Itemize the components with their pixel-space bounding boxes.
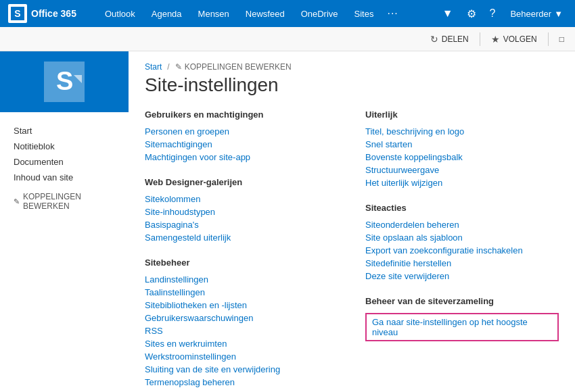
link-landinstellingen[interactable]: Landinstellingen [145, 273, 338, 286]
section-siteacties: Siteacties Siteonderdelen beheren Site o… [365, 203, 559, 283]
section-web-designer-heading: Web Designer-galerijen [145, 177, 338, 187]
section-sitebeheer-heading: Sitebeheer [145, 258, 338, 268]
settings-icon[interactable]: ⚙ [461, 0, 482, 27]
nav-right-controls: ▼ ⚙ ? Beheerder ▼ [437, 0, 570, 27]
link-termenopslag[interactable]: Termenopslag beheren [145, 376, 338, 389]
link-uiterlijk-wijzigen[interactable]: Het uiterlijk wijzigen [365, 176, 559, 189]
link-sluiting[interactable]: Sluiting van de site en verwijdering [145, 363, 338, 376]
office-logo[interactable]: S Office 365 [5, 0, 83, 27]
left-nav-start[interactable]: Start [14, 123, 115, 139]
breadcrumb-start[interactable]: Start [145, 62, 162, 72]
link-siteonderdelen[interactable]: Siteonderdelen beheren [365, 218, 559, 231]
edit-links-left[interactable]: ✎ KOPPELINGEN BEWERKEN [14, 192, 115, 211]
section-siteverzameling-heading: Beheer van de siteverzameling [365, 296, 559, 306]
chevron-down-icon[interactable]: ▼ [437, 0, 459, 27]
breadcrumb-separator: / [167, 62, 169, 72]
breadcrumb-pencil-icon: ✎ [175, 62, 182, 72]
nav-sites[interactable]: Sites [346, 0, 382, 27]
svg-text:S: S [14, 8, 20, 19]
beheerder-chevron: ▼ [554, 9, 563, 19]
section-gebruikers: Gebruikers en machtigingen Personen en g… [145, 109, 338, 164]
link-gebruikerswaarschuwingen[interactable]: Gebruikerswaarschuwingen [145, 312, 338, 324]
section-uiterlijk-heading: Uiterlijk [365, 109, 559, 120]
link-hoogste-niveau[interactable]: Ga naar site-instellingen op het hoogste… [365, 313, 559, 341]
link-sites-werkruimten[interactable]: Sites en werkruimten [145, 337, 338, 350]
link-sitemachtigingen[interactable]: Sitemachtigingen [145, 138, 338, 151]
link-machtigingen-site-app[interactable]: Machtigingen voor site-app [145, 151, 338, 164]
nav-more-dots[interactable]: ··· [382, 7, 403, 20]
volgen-label: VOLGEN [503, 34, 537, 44]
nav-onedrive[interactable]: OneDrive [293, 0, 346, 27]
nav-agenda[interactable]: Agenda [143, 0, 190, 27]
main-content: Start / ✎ KOPPELINGEN BEWERKEN Site-inst… [129, 51, 575, 392]
settings-col-1: Gebruikers en machtigingen Personen en g… [145, 109, 338, 392]
fullscreen-icon: □ [559, 34, 564, 44]
link-site-opslaan[interactable]: Site opslaan als sjabloon [365, 231, 559, 244]
svg-text:S: S [56, 67, 73, 95]
secondary-bar: ↻ DELEN ★ VOLGEN □ [0, 27, 575, 51]
content-area: S Start Notitieblok Documenten Inhoud va… [0, 51, 575, 392]
left-panel: S Start Notitieblok Documenten Inhoud va… [0, 51, 129, 392]
settings-col-2: Uiterlijk Titel, beschrijving en logo Sn… [365, 109, 559, 392]
beheerder-label: Beheerder [510, 9, 551, 19]
pencil-icon: ✎ [14, 197, 20, 206]
settings-columns: Gebruikers en machtigingen Personen en g… [145, 109, 559, 392]
top-navigation: S Office 365 Outlook Agenda Mensen Newsf… [0, 0, 575, 27]
link-rss[interactable]: RSS [145, 324, 338, 337]
breadcrumb-edit[interactable]: ✎ KOPPELINGEN BEWERKEN [175, 62, 292, 72]
section-uiterlijk: Uiterlijk Titel, beschrijving en logo Sn… [365, 109, 559, 189]
section-siteverzameling: Beheer van de siteverzameling Ga naar si… [365, 296, 559, 341]
link-export-zoekconfiguratie[interactable]: Export van zoekconfiguratie inschakelen [365, 244, 559, 257]
link-snel-starten[interactable]: Snel starten [365, 138, 559, 151]
nav-outlook[interactable]: Outlook [97, 0, 143, 27]
nav-newsfeed[interactable]: Newsfeed [237, 0, 293, 27]
office-logo-icon: S [8, 4, 27, 23]
secondary-divider-2 [548, 32, 549, 46]
section-web-designer: Web Designer-galerijen Sitekolommen Site… [145, 177, 338, 244]
share-icon: ↻ [430, 34, 438, 45]
page-title: Site-instellingen [145, 74, 559, 96]
secondary-divider [480, 32, 480, 46]
star-icon: ★ [491, 34, 500, 45]
link-samengesteld[interactable]: Samengesteld uiterlijk [145, 231, 338, 244]
edit-links-label: KOPPELINGEN BEWERKEN [23, 192, 115, 211]
app-name: Office 365 [31, 8, 76, 19]
link-site-verwijderen[interactable]: Deze site verwijderen [365, 270, 559, 283]
link-taalinstellingen[interactable]: Taalinstellingen [145, 286, 338, 299]
breadcrumb-edit-label: KOPPELINGEN BEWERKEN [185, 62, 292, 72]
section-sitebeheer: Sitebeheer Landinstellingen Taalinstelli… [145, 258, 338, 389]
question-icon[interactable]: ? [484, 0, 501, 27]
section-gebruikers-heading: Gebruikers en machtigingen [145, 109, 338, 120]
link-structuurweergave[interactable]: Structuurweergave [365, 164, 559, 176]
beheerder-menu[interactable]: Beheerder ▼ [503, 0, 570, 27]
left-nav-notitieblok[interactable]: Notitieblok [14, 139, 115, 154]
link-basispaginas[interactable]: Basispagina's [145, 218, 338, 231]
link-sitedefinitie[interactable]: Sitedefinitie herstellen [365, 257, 559, 270]
nav-mensen[interactable]: Mensen [190, 0, 237, 27]
fullscreen-button[interactable]: □ [559, 34, 564, 44]
link-sitekolommen[interactable]: Sitekolommen [145, 193, 338, 205]
link-personen[interactable]: Personen en groepen [145, 125, 338, 138]
delen-button[interactable]: ↻ DELEN [430, 34, 469, 45]
link-sitebibliotheken[interactable]: Sitebibliotheken en -lijsten [145, 299, 338, 312]
link-titel-beschrijving[interactable]: Titel, beschrijving en logo [365, 125, 559, 138]
delen-label: DELEN [442, 34, 469, 44]
site-logo-icon: S [44, 62, 85, 102]
section-siteacties-heading: Siteacties [365, 203, 559, 213]
volgen-button[interactable]: ★ VOLGEN [491, 34, 537, 45]
link-site-inhoudstypen[interactable]: Site-inhoudstypen [145, 205, 338, 218]
nav-links: Outlook Agenda Mensen Newsfeed OneDrive … [83, 0, 437, 27]
left-nav-inhoud[interactable]: Inhoud van site [14, 170, 115, 185]
site-logo-box: S [0, 51, 129, 112]
left-navigation: Start Notitieblok Documenten Inhoud van … [0, 112, 129, 222]
left-nav-documenten[interactable]: Documenten [14, 154, 115, 170]
breadcrumb: Start / ✎ KOPPELINGEN BEWERKEN [145, 62, 559, 72]
link-werkstroominstellingen[interactable]: Werkstroominstellingen [145, 350, 338, 363]
link-bovenste-koppelingsbalk[interactable]: Bovenste koppelingsbalk [365, 151, 559, 164]
